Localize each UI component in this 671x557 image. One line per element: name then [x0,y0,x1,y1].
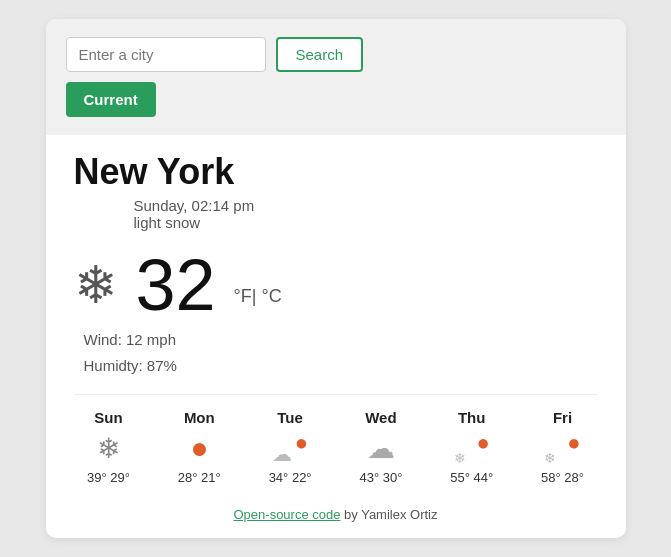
fri-temps: 58° 28° [541,470,584,485]
condition-text: light snow [134,214,598,231]
temperature-value: 32 [136,249,216,321]
day-label-thu: Thu [458,409,486,426]
footer: Open-source code by Yamilex Ortiz [46,507,626,522]
forecast-day-wed: Wed ☁ 43° 30° [346,409,416,485]
current-button[interactable]: Current [66,82,156,117]
sun-icon-snow: ❄ [97,430,120,466]
wed-icon-cloud: ☁ [367,430,395,466]
day-label-wed: Wed [365,409,396,426]
mon-temps: 28° 21° [178,470,221,485]
sun-temps: 39° 29° [87,470,130,485]
tue-temps: 34° 22° [269,470,312,485]
forecast-day-tue: Tue ● ☁ 34° 22° [255,409,325,485]
city-name: New York [74,151,598,193]
wed-temps: 43° 30° [359,470,402,485]
thu-icon-partly-snow: ● ❄ [454,430,490,466]
forecast-day-fri: Fri ● ❄ 58° 28° [527,409,597,485]
mon-icon-sun: ● [190,430,208,466]
top-bar: Search Current [46,19,626,135]
open-source-link[interactable]: Open-source code [234,507,341,522]
search-input[interactable] [66,37,266,72]
footer-by: by Yamilex Ortiz [340,507,437,522]
day-label-fri: Fri [553,409,572,426]
main-content: New York Sunday, 02:14 pm light snow ❄ 3… [46,135,626,495]
day-label-mon: Mon [184,409,215,426]
forecast-day-thu: Thu ● ❄ 55° 44° [437,409,507,485]
day-label-tue: Tue [277,409,303,426]
temperature-units: °F| °C [234,286,282,307]
forecast-day-mon: Mon ● 28° 21° [164,409,234,485]
humidity-info: Humidty: 87% [84,353,598,379]
wind-info: Wind: 12 mph [84,327,598,353]
date-time: Sunday, 02:14 pm [134,197,598,214]
tue-icon-partly: ● ☁ [272,430,308,466]
search-button[interactable]: Search [276,37,364,72]
fri-icon-partly-snow: ● ❄ [544,430,580,466]
forecast-day-sun: Sun ❄ 39° 29° [74,409,144,485]
search-row: Search [66,37,606,72]
snow-icon: ❄ [74,259,118,311]
temperature-row: ❄ 32 °F| °C [74,249,598,321]
wind-humidity-info: Wind: 12 mph Humidty: 87% [84,327,598,378]
forecast-row: Sun ❄ 39° 29° Mon ● 28° 21° Tue ● ☁ [74,394,598,485]
thu-temps: 55° 44° [450,470,493,485]
weather-card: Search Current New York Sunday, 02:14 pm… [46,19,626,538]
day-label-sun: Sun [94,409,122,426]
